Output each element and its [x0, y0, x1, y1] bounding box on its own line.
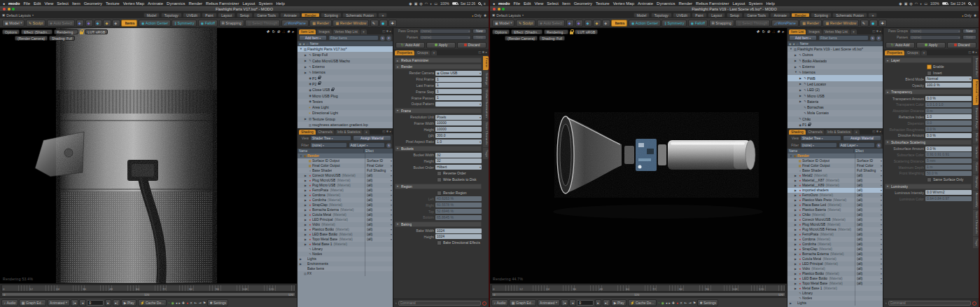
property-row[interactable]: Frame Passes 1 [395, 95, 482, 101]
shader-tree-row[interactable]: Library [298, 247, 393, 252]
notification-center-icon[interactable]: ≡ [484, 1, 486, 6]
property-row[interactable]: Luminosity [885, 184, 972, 189]
shader-tree-row[interactable]: ▼ Render [298, 154, 393, 158]
sculpt-mode-button[interactable]: ✎ Sculpt [26, 20, 46, 27]
filter-items-input[interactable] [818, 35, 869, 41]
property-row[interactable]: Enable [885, 64, 972, 70]
property-row[interactable]: Height 1024 [395, 234, 482, 240]
apply-button[interactable]: Apply [916, 42, 946, 48]
viewport-options-icon[interactable]: ✱ [287, 29, 290, 34]
layout-tab[interactable]: Scripting [321, 13, 341, 18]
menu-item[interactable]: Help [276, 1, 284, 6]
property-row[interactable]: Refraction Roughness 0.0 % [885, 126, 972, 132]
panel-tab[interactable]: Item List [299, 29, 316, 34]
snapping-button[interactable]: ⊞ Snapping [709, 20, 734, 27]
item-tree-row[interactable]: ▶ Botão Afastado [788, 58, 883, 64]
zoom-icon[interactable]: ⊕ [767, 29, 771, 34]
symmetry-button[interactable]: ∥ Symmetry [662, 20, 687, 27]
spotlight-search-icon[interactable] [478, 2, 481, 5]
menu-item[interactable]: Vertex Map [123, 1, 144, 6]
property-row[interactable]: Frame Width 10000 [395, 121, 482, 127]
item-tree-row[interactable]: ▶ Strap Full [298, 52, 393, 57]
layer-effect[interactable]: (all) [365, 232, 393, 237]
shader-tree-row[interactable]: ▶ LED Principal (Material) (all) [788, 261, 883, 266]
center-mode-icon[interactable]: ◆ [112, 20, 120, 27]
items-mode-button[interactable]: Items [611, 20, 627, 27]
key-mode-icon[interactable]: ◉ [661, 301, 664, 305]
item-tree-row[interactable]: ▶ Cabo MicroUSB Macho [298, 58, 393, 64]
expand-arrow-icon[interactable]: ▶ [790, 301, 793, 305]
viewport-lut-button[interactable]: LUT: sRGB [85, 29, 108, 34]
layer-effect[interactable]: (all) [855, 193, 883, 198]
next-keyframe-icon[interactable]: ▸ [668, 301, 671, 305]
auto-add-button[interactable]: ↻Auto Add [396, 42, 425, 48]
menu-item[interactable]: Texture [106, 1, 120, 6]
layer-effect[interactable]: (all) [855, 257, 883, 261]
property-row[interactable]: Front Weighting 50.0 % [885, 170, 972, 177]
timeline-ruler[interactable]: 01224364860728496108120 [491, 285, 785, 292]
shader-tree-row[interactable]: ▶ Cordinha (Material) (all) [298, 198, 393, 203]
graph-editor-button[interactable]: ▦Graph Ed... [509, 299, 536, 306]
shader-tree-row[interactable]: ▶ Cutula Metal (Material) (all) [298, 212, 393, 217]
shader-tree-row[interactable]: ▶ LED Base Botão (Material) (all) [298, 232, 393, 237]
layer-effect[interactable]: (all) [855, 242, 883, 247]
menu-item[interactable]: Select [547, 1, 559, 6]
item-tree-row[interactable]: P1 [298, 75, 393, 81]
item-tree-row[interactable]: ▼ Internos [788, 69, 883, 75]
menu-item[interactable]: Render [188, 1, 202, 6]
layout-tab[interactable]: Paint [202, 13, 216, 18]
prev-frame-button[interactable]: ◂ [569, 299, 576, 306]
layout-tab[interactable]: + [378, 13, 387, 18]
layer-effect[interactable]: (all) [855, 237, 883, 242]
item-tree-row[interactable]: P1 [788, 122, 883, 128]
filter-button[interactable]: F [876, 36, 881, 41]
vertical-tab[interactable]: User Channels [483, 121, 489, 147]
property-field[interactable]: 43.6263 % [435, 196, 482, 201]
model-mode-button[interactable]: ▣ Model [2, 20, 24, 27]
panel-corner-icons[interactable]: ◰ ✱ ▸ [382, 29, 391, 33]
shader-tree-row[interactable]: ▶ Borracha Externa (Material) (all) [298, 207, 393, 212]
app-menu[interactable]: modo [8, 1, 20, 6]
viewport-effect-button[interactable]: Effect: (Shadin... [511, 29, 542, 34]
prev-frame-button[interactable]: ◂ [79, 299, 86, 306]
panel-corner-icons[interactable]: ◰ ✱ ▸ [382, 130, 391, 133]
layer-effect[interactable]: (all) [855, 222, 883, 227]
vertical-tab[interactable]: Global Illumination [483, 88, 489, 120]
vertical-tab[interactable]: Display [973, 175, 979, 190]
item-tree-row[interactable]: Mola Contato [788, 110, 883, 116]
viewport-effect-button[interactable]: Effect: (Shadin... [21, 29, 52, 34]
materials-mode-icon[interactable]: ◆ [103, 20, 111, 27]
menu-item[interactable]: Item [72, 1, 80, 6]
item-tree-row[interactable]: ▶ Led Locator [788, 81, 883, 87]
viewport-rendering-button[interactable]: Rendering... [54, 29, 78, 34]
item-tree-row[interactable]: Directional Light [298, 110, 393, 116]
property-row[interactable]: Subsurface Color 0.91 0.91 0.91 [885, 152, 972, 158]
property-field[interactable]: 32 [435, 158, 482, 163]
close-window-icon[interactable] [3, 8, 6, 11]
property-row[interactable]: Resolution Unit Pixels [395, 114, 482, 121]
layer-effect[interactable]: (all) [855, 207, 883, 212]
menu-item[interactable]: Edit [34, 1, 41, 6]
auto-select-button[interactable]: ◈ Auto Select [47, 20, 75, 27]
expand-arrow-icon[interactable]: ▶ [300, 262, 303, 266]
animated-dropdown[interactable]: Animated [48, 299, 70, 306]
item-tree-row[interactable]: roughness attenuation gradient.lxp [298, 122, 393, 128]
layout-tab[interactable]: Setup [237, 13, 253, 18]
layer-effect[interactable]: (all) [365, 198, 393, 203]
layer-effect[interactable]: (all) [855, 261, 883, 266]
go-last-frame-button[interactable]: ▸| [603, 299, 610, 306]
falloff-button[interactable]: ◉ Falloff [198, 20, 218, 27]
property-row[interactable]: Reverse Order [395, 170, 482, 177]
new-pass-group-button[interactable]: New [472, 29, 486, 34]
menu-item[interactable]: View [44, 1, 53, 6]
discard-button[interactable]: Discard [457, 42, 486, 48]
property-row[interactable]: Height 10000 [395, 126, 482, 132]
shader-tree-row[interactable]: Surface ID Output Surface ID [788, 158, 883, 163]
property-field[interactable]: 60.5578 % [435, 203, 482, 207]
shader-tree-row[interactable]: ▶ Plastico Botão (Material) (all) [298, 227, 393, 232]
property-field[interactable]: 65.8645 % [435, 215, 482, 220]
property-row[interactable]: Invert [885, 70, 972, 76]
layout-tab[interactable]: Paint [692, 13, 706, 18]
orbit-icon[interactable]: ↻ [762, 29, 765, 34]
layer-effect[interactable]: (all) [365, 203, 393, 207]
